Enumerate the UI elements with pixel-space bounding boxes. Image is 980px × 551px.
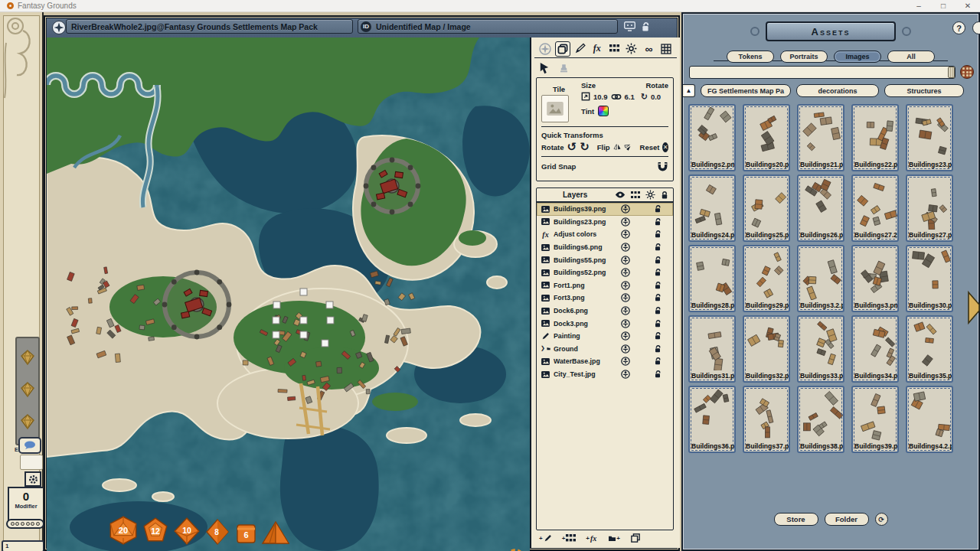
tab-all[interactable]: All	[887, 51, 935, 63]
refresh-button[interactable]: ⟳	[875, 513, 888, 526]
paint-tool-icon[interactable]	[572, 41, 587, 57]
layer-row[interactable]: Fort1.png	[537, 279, 673, 292]
layer-row[interactable]: Fort3.png	[537, 292, 673, 305]
tab-images[interactable]: Images	[834, 51, 881, 63]
share-icon[interactable]	[614, 319, 637, 328]
share-icon[interactable]	[614, 268, 637, 277]
map-title-field[interactable]: RiverBreakWhole2.jpg@Fantasy Grounds Set…	[66, 19, 353, 34]
unlock-icon[interactable]	[646, 230, 669, 239]
share-icon[interactable]	[614, 243, 637, 252]
lighting-icon[interactable]	[645, 190, 655, 200]
asset-card[interactable]: Buildings38.p	[797, 386, 844, 453]
unlock-icon[interactable]	[646, 357, 669, 366]
settings-button[interactable]	[24, 471, 41, 487]
asset-card[interactable]: Buildings31.p	[688, 315, 736, 383]
rotate-value[interactable]: 0.0	[651, 93, 661, 101]
duplicate-icon[interactable]	[631, 533, 640, 543]
map-subtitle-field[interactable]: ID Unidentified Map / Image	[358, 19, 618, 34]
asset-card[interactable]: Buildings25.p	[743, 174, 790, 242]
panel-collapse-arrow[interactable]	[968, 288, 980, 328]
asset-card[interactable]: Buildings21.p	[797, 104, 844, 171]
asset-card[interactable]: Buildings24.p	[688, 174, 736, 242]
share-icon[interactable]	[614, 370, 637, 379]
share-icon[interactable]	[614, 230, 637, 239]
unlock-icon[interactable]	[646, 204, 669, 214]
add-tiles-icon[interactable]: +	[562, 534, 577, 543]
asset-card[interactable]: Buildings30.p	[906, 245, 953, 312]
unlock-icon[interactable]	[646, 370, 669, 379]
modifier-slot[interactable]	[26, 522, 30, 526]
layer-row[interactable]: ❯Ground	[537, 343, 673, 356]
modifier-slots[interactable]	[6, 519, 44, 529]
die-d10[interactable]: 10	[172, 517, 201, 549]
tab-tokens[interactable]: Tokens	[727, 51, 774, 63]
share-icon[interactable]	[614, 281, 637, 290]
tab-portraits[interactable]: Portraits	[780, 51, 828, 63]
lock-toggle-button[interactable]	[639, 20, 652, 33]
add-folder-icon[interactable]: +	[606, 535, 621, 542]
assets-banner[interactable]: Assets	[766, 21, 896, 41]
modifier-slot[interactable]	[36, 522, 40, 526]
asset-card[interactable]: Buildings35.p	[906, 315, 953, 383]
sidebar-slot[interactable]	[20, 455, 43, 470]
asset-card[interactable]: Buildings27.p	[906, 174, 953, 242]
asset-card[interactable]: Buildings4.2.p	[906, 386, 953, 453]
rotate-cw-button[interactable]: ↻	[580, 142, 590, 152]
maximize-button[interactable]: □	[931, 0, 956, 12]
size-height-value[interactable]: 6.1	[625, 93, 635, 101]
die-d4[interactable]	[260, 520, 291, 549]
chat-button[interactable]	[18, 437, 41, 454]
add-effect-icon[interactable]: +fx	[586, 534, 596, 543]
asset-card[interactable]: Buildings32.p	[743, 315, 790, 383]
layer-row[interactable]: Dock6.png	[537, 305, 673, 318]
reset-button[interactable]: ✕	[662, 142, 668, 152]
die-d8[interactable]: 8	[204, 518, 231, 549]
flip-vertical-button[interactable]	[622, 141, 635, 154]
tint-color-wheel[interactable]	[598, 106, 609, 116]
player-view-button[interactable]	[623, 20, 636, 33]
asset-card[interactable]: Buildings34.p	[851, 315, 899, 383]
asset-card[interactable]: Buildings29.p	[743, 245, 790, 312]
modifier-box[interactable]: 0 Modifier	[8, 487, 43, 522]
tiles-icon[interactable]	[631, 191, 640, 199]
map-canvas[interactable]: 20121086	[47, 37, 530, 551]
asset-card[interactable]: Buildings36.p	[688, 386, 736, 453]
map-compass-badge[interactable]	[52, 21, 66, 34]
share-icon[interactable]	[614, 331, 637, 341]
dice-dock[interactable]	[15, 337, 40, 445]
asset-card[interactable]: Buildings28.p	[688, 245, 736, 312]
search-scroll-handle[interactable]	[948, 67, 955, 78]
share-icon[interactable]	[614, 306, 637, 315]
effects-tool-icon[interactable]: fx	[590, 41, 605, 57]
share-icon[interactable]	[614, 204, 637, 214]
filter-chip[interactable]: Structures	[884, 84, 964, 97]
asset-card[interactable]: Buildings39.p	[851, 386, 899, 453]
rotate-ccw-button[interactable]: ↺	[567, 142, 577, 152]
die-d6[interactable]: 6	[234, 521, 258, 549]
hotkey-bar[interactable]: 1	[2, 540, 44, 551]
asset-card[interactable]: Buildings3.pn	[851, 245, 899, 312]
dice-gem-icon[interactable]	[20, 350, 35, 368]
dice-tray[interactable]: 20121086	[108, 515, 291, 549]
unlock-icon[interactable]	[646, 268, 669, 277]
close-button[interactable]: ✕	[956, 0, 980, 12]
search-input[interactable]	[689, 66, 956, 79]
minimize-button[interactable]: –	[906, 0, 931, 12]
layers-tool-icon[interactable]	[555, 41, 570, 57]
add-paint-icon[interactable]: +	[539, 534, 552, 543]
asset-card[interactable]: Buildings37.p	[743, 386, 790, 453]
layer-row[interactable]: Buildings39.png	[537, 203, 673, 216]
link-icon[interactable]	[611, 93, 622, 100]
die-d20[interactable]: 20	[108, 515, 139, 549]
cursor-tool-icon[interactable]	[536, 60, 551, 76]
layer-row[interactable]: Buildings6.png	[537, 241, 673, 254]
share-icon[interactable]	[614, 344, 637, 354]
asset-card[interactable]: Buildings3.2.p	[797, 245, 844, 312]
layer-row[interactable]: fxAdjust colors	[537, 228, 673, 241]
die-d12[interactable]: 12	[141, 517, 170, 549]
size-width-value[interactable]: 10.9	[593, 93, 608, 101]
layer-row[interactable]: Buildings52.png	[537, 266, 673, 279]
layer-row[interactable]: Buildings23.png	[537, 216, 673, 229]
unlock-icon[interactable]	[646, 243, 669, 252]
flip-horizontal-button[interactable]	[613, 142, 621, 152]
